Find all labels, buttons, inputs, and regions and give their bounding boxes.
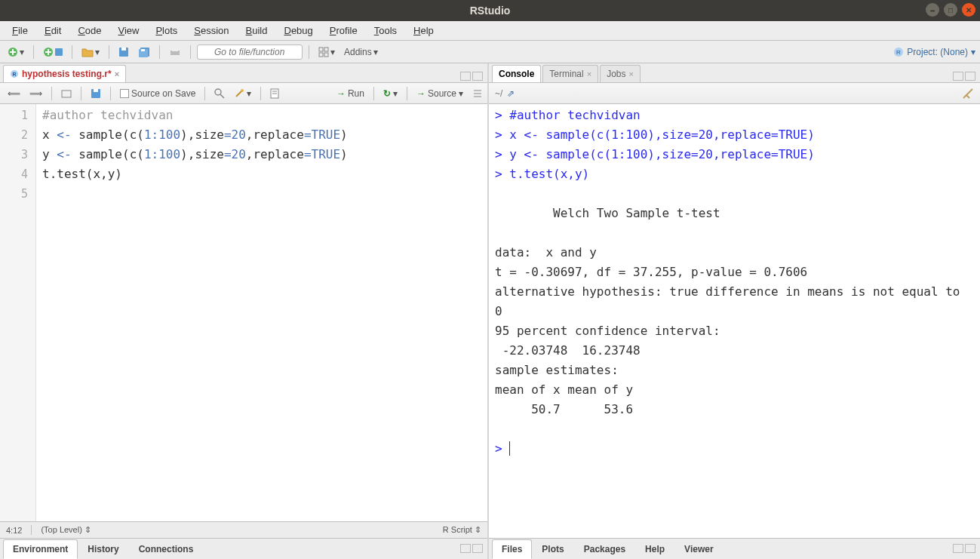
console-cursor xyxy=(509,441,518,456)
pane-maximize-icon[interactable] xyxy=(965,544,975,553)
wand-button[interactable]: ▾ xyxy=(231,87,254,100)
close-tab-icon[interactable]: × xyxy=(587,69,591,78)
addins-label: Addins xyxy=(344,47,372,57)
source-editor[interactable]: 1 2 3 4 5 #author techvidvan x <- sample… xyxy=(0,104,487,521)
open-file-button[interactable]: ▾ xyxy=(78,45,103,59)
pane-maximize-icon[interactable] xyxy=(965,72,975,81)
svg-rect-4 xyxy=(121,48,126,51)
svg-rect-2 xyxy=(55,48,63,56)
console-output[interactable]: > #author techvidvan > x <- sample(c(1:1… xyxy=(489,104,980,538)
addins-button[interactable]: Addins ▾ xyxy=(341,45,381,59)
pane-maximize-icon[interactable] xyxy=(472,544,483,553)
line-no: 4 xyxy=(3,164,28,184)
menubar: File Edit Code View Plots Session Build … xyxy=(0,21,980,41)
svg-rect-12 xyxy=(319,53,323,57)
report-button[interactable] xyxy=(267,87,282,100)
files-tabs: Files Plots Packages Help Viewer xyxy=(489,538,980,559)
source-statusbar: 4:12 (Top Level) ⇕ R Script ⇕ xyxy=(0,521,487,538)
source-on-save-check[interactable]: Source on Save xyxy=(117,87,198,100)
tab-console[interactable]: Console xyxy=(492,65,541,82)
pane-minimize-icon[interactable] xyxy=(460,544,471,553)
close-tab-icon[interactable]: × xyxy=(629,69,634,78)
tab-files[interactable]: Files xyxy=(492,539,532,559)
tab-plots[interactable]: Plots xyxy=(532,539,573,559)
find-button[interactable] xyxy=(211,87,228,100)
pane-minimize-icon[interactable] xyxy=(953,544,963,553)
close-button[interactable]: ✕ xyxy=(962,3,975,17)
close-tab-icon[interactable]: × xyxy=(115,69,119,78)
folder-open-icon xyxy=(81,47,94,57)
maximize-button[interactable]: □ xyxy=(944,3,957,17)
go-to-dir-icon[interactable]: ⇗ xyxy=(507,88,515,99)
menu-help[interactable]: Help xyxy=(406,23,441,38)
minimize-button[interactable]: ‒ xyxy=(926,3,939,17)
pane-minimize-icon[interactable] xyxy=(460,72,471,81)
back-button[interactable]: ⟸ xyxy=(5,87,23,100)
save-all-button[interactable] xyxy=(135,45,153,59)
menu-build[interactable]: Build xyxy=(238,23,275,38)
r-cube-icon xyxy=(55,48,63,56)
file-mode-selector[interactable]: R Script ⇕ xyxy=(443,525,481,535)
goto-file-input[interactable] xyxy=(197,45,303,60)
window-controls: ‒ □ ✕ xyxy=(926,3,975,17)
menu-plots[interactable]: Plots xyxy=(148,23,185,38)
svg-text:R: R xyxy=(896,49,901,56)
svg-line-22 xyxy=(220,94,224,98)
save-icon xyxy=(118,47,129,57)
print-button[interactable] xyxy=(166,45,184,59)
menu-session[interactable]: Session xyxy=(186,23,236,38)
grid-button[interactable]: ▾ xyxy=(315,45,338,59)
save-source-button[interactable] xyxy=(88,87,104,100)
svg-rect-11 xyxy=(324,48,328,51)
outline-button[interactable] xyxy=(469,88,483,99)
app-title: RStudio xyxy=(6,5,974,17)
svg-rect-20 xyxy=(94,89,98,92)
menu-edit[interactable]: Edit xyxy=(37,23,69,38)
console-tabs: Console Terminal × Jobs × xyxy=(489,63,980,83)
svg-rect-13 xyxy=(324,53,328,57)
code-line: t.test(x,y) xyxy=(42,167,122,181)
r-file-icon: R xyxy=(10,69,19,78)
menu-code[interactable]: Code xyxy=(70,23,109,38)
broom-icon xyxy=(962,88,974,100)
menu-debug[interactable]: Debug xyxy=(277,23,321,38)
forward-button[interactable]: ⟹ xyxy=(26,87,45,100)
save-button[interactable] xyxy=(115,45,132,59)
line-no: 5 xyxy=(3,184,28,204)
tab-terminal[interactable]: Terminal × xyxy=(542,65,598,82)
save-all-icon xyxy=(138,47,150,57)
pane-minmax xyxy=(460,72,484,82)
console-header: ~/ ⇗ xyxy=(489,83,980,104)
tab-history[interactable]: History xyxy=(78,539,128,559)
clear-console-button[interactable] xyxy=(962,88,974,100)
source-tab[interactable]: R hypothesis testing.r* × xyxy=(3,65,126,82)
svg-text:R: R xyxy=(12,72,16,77)
tab-packages[interactable]: Packages xyxy=(574,539,635,559)
project-menu[interactable]: R Project: (None) ▾ xyxy=(893,47,975,57)
menu-view[interactable]: View xyxy=(110,23,146,38)
run-button[interactable]: → Run xyxy=(333,87,367,100)
menu-file[interactable]: File xyxy=(5,23,35,38)
menu-tools[interactable]: Tools xyxy=(367,23,404,38)
env-minmax xyxy=(460,544,484,554)
scope-selector[interactable]: (Top Level) ⇕ xyxy=(31,525,91,535)
tab-viewer[interactable]: Viewer xyxy=(674,539,723,559)
pane-minimize-icon[interactable] xyxy=(953,72,963,81)
source-menu-button[interactable]: → Source ▾ xyxy=(413,87,466,100)
tab-help[interactable]: Help xyxy=(635,539,674,559)
tab-jobs[interactable]: Jobs × xyxy=(600,65,641,82)
source-toolbar: ⟸ ⟹ Source on Save ▾ → Run ↻ ▾ → Source … xyxy=(0,83,487,104)
show-in-window-button[interactable] xyxy=(58,88,75,100)
new-file-button[interactable]: ▾ xyxy=(5,45,27,59)
source-tab-label: hypothesis testing.r* xyxy=(22,69,112,79)
titlebar: RStudio ‒ □ ✕ xyxy=(0,0,980,21)
tab-connections[interactable]: Connections xyxy=(129,539,204,559)
menu-profile[interactable]: Profile xyxy=(322,23,365,38)
tab-environment[interactable]: Environment xyxy=(3,539,78,559)
new-project-button[interactable] xyxy=(40,45,66,59)
pane-maximize-icon[interactable] xyxy=(472,72,483,81)
code-area[interactable]: #author techvidvan x <- sample(c(1:100),… xyxy=(36,104,487,521)
rerun-button[interactable]: ↻ ▾ xyxy=(380,87,401,100)
code-line: #author techvidvan xyxy=(42,108,173,122)
working-dir[interactable]: ~/ xyxy=(495,88,502,99)
